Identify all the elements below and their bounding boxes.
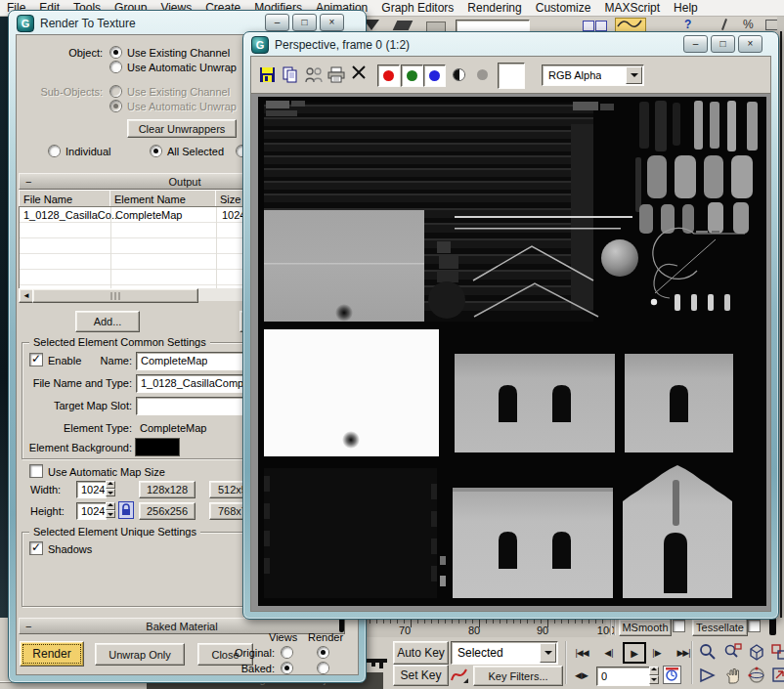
field-of-view-button[interactable] — [696, 665, 719, 686]
pan-hand-button[interactable] — [721, 665, 744, 686]
minimize-button[interactable]: – — [265, 14, 289, 31]
tessellate-button[interactable]: Tessellate — [692, 619, 748, 636]
lock-aspect-icon[interactable] — [119, 502, 133, 518]
height-spinner[interactable] — [106, 502, 115, 518]
default-tangent-icon[interactable] — [450, 666, 469, 684]
row-file-name[interactable]: 1_0128_CasillaCo... — [23, 209, 120, 221]
toolbar-help-icon[interactable]: ? — [684, 18, 691, 31]
toolbar-shape-icon[interactable] — [393, 21, 414, 30]
common-settings-title: Selected Element Common Settings — [29, 336, 210, 348]
clear-image-button[interactable] — [351, 65, 367, 83]
copy-image-button[interactable] — [282, 66, 299, 85]
menu-maxscript[interactable]: MAXScript — [597, 1, 667, 15]
original-views-radio[interactable] — [282, 647, 292, 658]
timeline-ruler[interactable]: 70 80 90 100 — [340, 618, 606, 637]
rfw-canvas[interactable] — [251, 94, 770, 611]
toolbar-gray-icon[interactable] — [426, 22, 446, 31]
menu-graph-editors[interactable]: Graph Editors — [374, 1, 460, 15]
maximize-button[interactable]: □ — [292, 14, 317, 31]
add-button[interactable]: Add... — [75, 311, 140, 332]
size-128-button[interactable]: 128x128 — [139, 481, 196, 498]
msmooth-checkbox[interactable] — [674, 621, 684, 631]
toolbar-active-tool-button[interactable] — [615, 18, 646, 31]
unwrap-only-button[interactable]: Unwrap Only — [95, 643, 185, 666]
blue-channel-button[interactable] — [423, 65, 446, 87]
arc-rotate-button[interactable] — [745, 665, 767, 686]
subobjects-label: Sub-Objects: — [24, 86, 103, 98]
size-256-button[interactable]: 256x256 — [139, 502, 196, 520]
toolbar-percent-icon[interactable]: % — [743, 18, 754, 31]
toolbar-blue-icon-a[interactable] — [583, 21, 594, 31]
maximize-button[interactable]: □ — [711, 35, 735, 53]
tessellate-checkbox[interactable] — [749, 621, 760, 631]
frame-spinner[interactable] — [649, 667, 659, 684]
width-spinner[interactable] — [106, 481, 115, 496]
menu-rendering[interactable]: Rendering — [460, 1, 528, 15]
object-existing-radio[interactable] — [110, 47, 121, 58]
menu-customize[interactable]: Customize — [529, 1, 598, 15]
msmooth-button[interactable]: MSmooth — [619, 619, 672, 636]
background-color-swatch[interactable] — [498, 63, 525, 89]
selection-filter-combo[interactable] — [456, 20, 530, 31]
width-field[interactable]: 1024 — [76, 481, 107, 498]
next-frame-button[interactable]: |▶ — [647, 643, 667, 663]
timeline-tick-80: 80 — [459, 624, 489, 636]
screen: File Edit Tools Group Views Create Modif… — [0, 0, 784, 689]
toolbar-blue-icon-b[interactable] — [595, 21, 607, 31]
individual-radio[interactable] — [49, 146, 60, 156]
zoom-all-button[interactable] — [721, 641, 744, 663]
original-label: Original: — [224, 647, 275, 659]
original-render-radio[interactable] — [318, 647, 328, 658]
alpha-channel-button[interactable] — [472, 65, 493, 85]
mono-channel-button[interactable] — [449, 65, 469, 85]
subobjects-auto-radio[interactable] — [110, 101, 121, 111]
width-label: Width: — [30, 484, 61, 495]
clear-unwrappers-button[interactable]: Clear Unwrappers — [127, 119, 237, 138]
go-to-start-button[interactable]: |◀◀ — [569, 643, 594, 663]
zoom-extents-all-button[interactable] — [768, 641, 784, 663]
close-button[interactable]: × — [320, 14, 344, 31]
current-frame-field[interactable]: 0 — [596, 667, 650, 686]
channel-display-combo[interactable]: RGB Alpha — [542, 65, 644, 86]
object-auto-radio[interactable] — [110, 62, 121, 72]
key-mode-toggle-button[interactable]: ◀▶ — [569, 667, 594, 684]
element-background-swatch[interactable] — [136, 439, 179, 455]
shadows-checkbox[interactable] — [30, 542, 42, 554]
minimize-button[interactable]: – — [683, 35, 708, 53]
auto-key-button[interactable]: Auto Key — [393, 641, 449, 665]
baked-views-radio[interactable] — [282, 663, 292, 673]
previous-frame-button[interactable]: ◀| — [599, 643, 619, 663]
menu-help[interactable]: Help — [667, 1, 705, 15]
print-image-button[interactable] — [327, 66, 345, 85]
chevron-down-icon[interactable] — [540, 643, 556, 663]
enable-checkbox[interactable] — [30, 354, 42, 366]
red-channel-button[interactable] — [377, 65, 400, 87]
auto-map-size-checkbox[interactable] — [30, 465, 42, 477]
baked-render-radio[interactable] — [318, 663, 328, 673]
all-selected-radio[interactable] — [151, 146, 161, 156]
chevron-down-icon[interactable] — [626, 66, 642, 84]
scroll-thumb[interactable] — [32, 288, 198, 303]
key-selection-combo[interactable]: Selected — [451, 641, 558, 665]
zoom-extents-button[interactable] — [745, 641, 767, 663]
subobjects-existing-radio[interactable] — [110, 86, 121, 97]
auto-map-size-label: Use Automatic Map Size — [48, 466, 165, 478]
toolbar-slash-icon[interactable] — [721, 19, 727, 30]
time-configuration-button[interactable] — [664, 667, 680, 683]
play-button[interactable]: ▶ — [623, 642, 646, 664]
clone-window-button[interactable] — [304, 66, 325, 85]
collapse-icon: − — [25, 176, 31, 188]
min-max-toggle-button[interactable] — [768, 665, 784, 686]
save-image-button[interactable] — [259, 66, 276, 85]
rfw-titlebar[interactable]: G Perspective, frame 0 (1:2) — [251, 35, 410, 55]
set-key-button[interactable]: Set Key — [393, 665, 449, 686]
height-field[interactable]: 1024 — [76, 502, 107, 520]
green-channel-button[interactable] — [401, 65, 423, 87]
render-button[interactable]: Render — [20, 641, 84, 667]
row-element-name[interactable]: CompleteMap — [115, 209, 182, 221]
shadows-label: Shadows — [48, 543, 92, 555]
key-filters-button[interactable]: Key Filters... — [473, 666, 563, 686]
close-button[interactable]: × — [738, 35, 762, 53]
zoom-button[interactable] — [696, 641, 719, 663]
rtt-titlebar[interactable]: G Render To Texture — [17, 14, 136, 33]
